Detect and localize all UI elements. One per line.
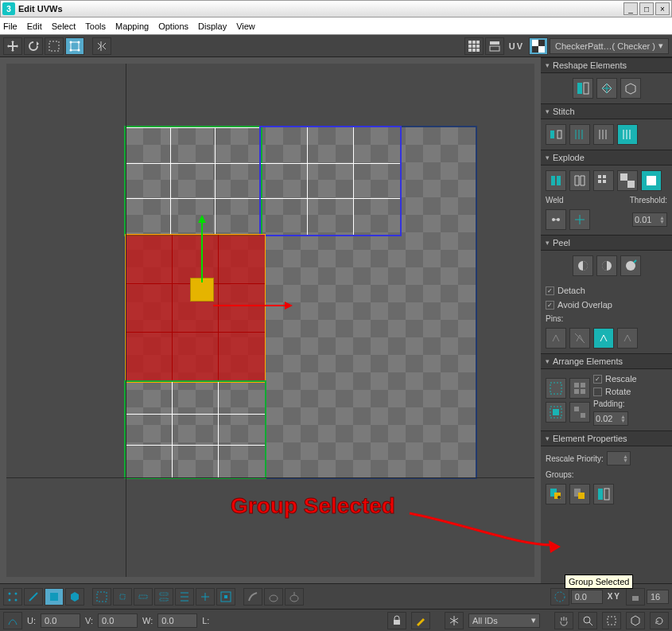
rollout-explode[interactable]: Explode: [541, 150, 672, 166]
ring-selection[interactable]: [154, 588, 173, 606]
pin-clear-btn[interactable]: [617, 328, 638, 349]
zoom-icon[interactable]: [578, 612, 597, 629]
checker-toggle[interactable]: [529, 37, 548, 55]
view-options[interactable]: [485, 37, 504, 55]
soft-selection-value[interactable]: 0.0: [571, 590, 603, 604]
stitch-source-btn[interactable]: [569, 124, 590, 145]
padding-spinner[interactable]: 0.02▲▼: [593, 411, 628, 426]
pin-remove-btn[interactable]: [569, 328, 590, 349]
expand-selection[interactable]: [196, 588, 215, 606]
title-bar: 3 Edit UVWs _ □ ×: [0, 0, 672, 18]
snow-icon[interactable]: [445, 612, 464, 629]
transform-type-in[interactable]: [3, 612, 22, 629]
threshold-spinner[interactable]: 0.01▲▼: [632, 212, 667, 227]
pack-custom-btn[interactable]: [569, 378, 590, 399]
menu-tools[interactable]: Tools: [85, 21, 106, 31]
rescale-checkbox[interactable]: ✓Rescale: [593, 374, 667, 384]
menu-options[interactable]: Options: [158, 21, 188, 31]
pelt-btn[interactable]: [620, 255, 641, 276]
stitch-target-btn[interactable]: [617, 124, 638, 145]
zoom-extents-icon[interactable]: [626, 612, 645, 629]
grow-selection[interactable]: [113, 588, 132, 606]
paint-deselect[interactable]: [264, 588, 283, 606]
move-tool[interactable]: [3, 37, 22, 55]
svg-rect-33: [598, 180, 601, 183]
w-label: W:: [142, 616, 153, 625]
freeform-tool[interactable]: [65, 37, 84, 55]
maximize-button[interactable]: □: [639, 2, 654, 15]
quick-peel-btn[interactable]: [573, 255, 593, 276]
refresh-icon[interactable]: [650, 612, 669, 629]
pack-normalize-btn[interactable]: [546, 402, 566, 423]
svg-point-71: [270, 595, 278, 602]
menu-display[interactable]: Display: [198, 21, 227, 31]
lock-icon[interactable]: [387, 612, 406, 629]
weld-all-btn[interactable]: [569, 209, 590, 230]
ids-dropdown[interactable]: All IDs▾: [468, 613, 540, 628]
minimize-button[interactable]: _: [623, 2, 638, 15]
select-group-btn[interactable]: [593, 484, 614, 504]
rollout-reshape[interactable]: Reshape Elements: [541, 57, 672, 73]
rotate-tool[interactable]: [24, 37, 43, 55]
flatten-btn[interactable]: [593, 170, 614, 191]
pan-icon[interactable]: [554, 612, 573, 629]
ungroup-btn[interactable]: [569, 484, 590, 504]
count-field[interactable]: 16: [647, 590, 669, 604]
brush-icon[interactable]: [411, 612, 430, 629]
reshape-straighten-btn[interactable]: [573, 78, 593, 99]
svg-rect-13: [472, 49, 476, 52]
pack-together-btn[interactable]: [546, 378, 566, 399]
loop-selection[interactable]: [175, 588, 194, 606]
explode-btn[interactable]: [546, 170, 566, 191]
menu-select[interactable]: Select: [52, 21, 76, 31]
v-field[interactable]: 0.0: [98, 613, 138, 628]
scale-tool[interactable]: [45, 37, 64, 55]
pin-add-btn[interactable]: [546, 328, 566, 349]
svg-rect-74: [632, 596, 639, 601]
w-field[interactable]: 0.0: [157, 613, 197, 628]
select-by-element[interactable]: [92, 588, 111, 606]
svg-rect-50: [574, 407, 579, 411]
close-button[interactable]: ×: [655, 2, 670, 15]
menu-view[interactable]: View: [236, 21, 255, 31]
menu-mapping[interactable]: Mapping: [115, 21, 149, 31]
avoid-overlap-checkbox[interactable]: ✓Avoid Overlap: [546, 300, 612, 310]
shrink-selection[interactable]: [134, 588, 153, 606]
element-mode[interactable]: [65, 588, 84, 606]
group-selected-btn[interactable]: [546, 484, 566, 504]
reshape-cube-btn[interactable]: [620, 78, 641, 99]
flatten-angle-btn[interactable]: [641, 170, 662, 191]
soft-selection-toggle[interactable]: [550, 588, 569, 606]
zoom-region-icon[interactable]: [602, 612, 621, 629]
stitch-average-btn[interactable]: [593, 124, 614, 145]
rotate-checkbox[interactable]: Rotate: [593, 387, 667, 396]
rollout-arrange[interactable]: Arrange Elements: [541, 353, 672, 369]
grid-icon[interactable]: [464, 37, 484, 55]
pack-region-btn[interactable]: [569, 402, 590, 423]
axis-lock[interactable]: [626, 588, 645, 606]
reshape-relax-btn[interactable]: [596, 78, 617, 99]
paint-select[interactable]: [243, 588, 262, 606]
rollout-peel[interactable]: Peel: [541, 235, 672, 251]
detach-checkbox[interactable]: ✓Detach: [546, 286, 585, 295]
peel-btn[interactable]: [596, 255, 617, 276]
u-label: U:: [27, 616, 36, 625]
vertex-mode[interactable]: [3, 588, 22, 606]
menu-file[interactable]: File: [3, 21, 17, 31]
rollout-elemprops[interactable]: Element Properties: [541, 430, 672, 446]
mirror-tool[interactable]: [92, 37, 111, 55]
u-field[interactable]: 0.0: [41, 613, 80, 628]
paint-brush[interactable]: [285, 588, 304, 606]
contract-selection[interactable]: [216, 588, 235, 606]
material-dropdown[interactable]: CheckerPatt…( Checker ) ▾: [550, 38, 669, 54]
rescale-priority-spinner[interactable]: ▲▼: [607, 451, 631, 465]
edge-mode[interactable]: [24, 588, 43, 606]
pin-auto-btn[interactable]: [593, 328, 614, 349]
flatten-checker-btn[interactable]: [617, 170, 638, 191]
break-btn[interactable]: [569, 170, 590, 191]
rollout-stitch[interactable]: Stitch: [541, 103, 672, 119]
menu-edit[interactable]: Edit: [27, 21, 42, 31]
stitch-custom-btn[interactable]: [546, 124, 566, 145]
polygon-mode[interactable]: [45, 588, 64, 606]
weld-selected-btn[interactable]: [546, 209, 566, 230]
